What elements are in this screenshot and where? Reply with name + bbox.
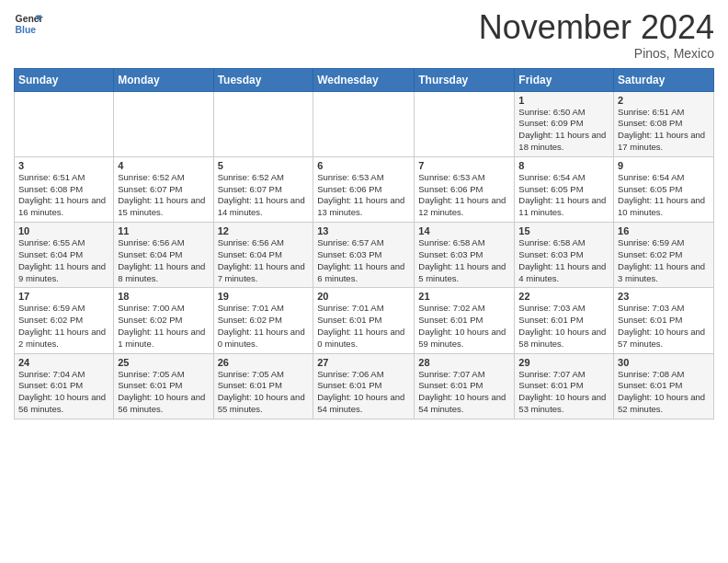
day-info: Sunrise: 6:59 AM Sunset: 6:02 PM Dayligh…: [618, 237, 710, 284]
weekday-header-saturday: Saturday: [614, 68, 714, 91]
day-info: Sunrise: 7:01 AM Sunset: 6:01 PM Dayligh…: [317, 303, 410, 350]
day-number: 10: [18, 225, 109, 236]
day-cell: 5Sunrise: 6:52 AM Sunset: 6:07 PM Daylig…: [213, 156, 313, 222]
day-number: 2: [618, 95, 710, 106]
day-cell: [415, 91, 515, 156]
day-cell: 14Sunrise: 6:58 AM Sunset: 6:03 PM Dayli…: [415, 223, 515, 288]
day-cell: 20Sunrise: 7:01 AM Sunset: 6:01 PM Dayli…: [313, 288, 415, 353]
logo-icon: General Blue: [14, 9, 43, 39]
day-cell: [313, 91, 415, 156]
day-info: Sunrise: 7:06 AM Sunset: 6:01 PM Dayligh…: [317, 369, 410, 416]
day-cell: 27Sunrise: 7:06 AM Sunset: 6:01 PM Dayli…: [313, 353, 415, 419]
day-cell: [114, 91, 213, 156]
day-info: Sunrise: 7:05 AM Sunset: 6:01 PM Dayligh…: [218, 369, 310, 416]
day-number: 12: [218, 225, 310, 236]
day-info: Sunrise: 6:50 AM Sunset: 6:09 PM Dayligh…: [518, 107, 609, 154]
day-info: Sunrise: 7:03 AM Sunset: 6:01 PM Dayligh…: [518, 303, 609, 350]
week-row-4: 17Sunrise: 6:59 AM Sunset: 6:02 PM Dayli…: [15, 288, 714, 353]
weekday-header-thursday: Thursday: [415, 68, 515, 91]
day-number: 4: [118, 160, 209, 171]
day-cell: 21Sunrise: 7:02 AM Sunset: 6:01 PM Dayli…: [415, 288, 515, 353]
day-info: Sunrise: 6:51 AM Sunset: 6:08 PM Dayligh…: [18, 172, 109, 219]
day-info: Sunrise: 6:52 AM Sunset: 6:07 PM Dayligh…: [218, 172, 310, 219]
calendar-body: 1Sunrise: 6:50 AM Sunset: 6:09 PM Daylig…: [15, 91, 714, 419]
day-info: Sunrise: 7:03 AM Sunset: 6:01 PM Dayligh…: [618, 303, 710, 350]
day-info: Sunrise: 7:07 AM Sunset: 6:01 PM Dayligh…: [518, 369, 609, 416]
day-info: Sunrise: 6:56 AM Sunset: 6:04 PM Dayligh…: [118, 237, 209, 284]
day-info: Sunrise: 6:52 AM Sunset: 6:07 PM Dayligh…: [118, 172, 209, 219]
day-number: 16: [618, 225, 710, 236]
weekday-header-friday: Friday: [515, 68, 614, 91]
day-number: 20: [317, 291, 410, 302]
svg-text:Blue: Blue: [16, 25, 37, 35]
day-cell: 3Sunrise: 6:51 AM Sunset: 6:08 PM Daylig…: [15, 156, 114, 222]
week-row-1: 1Sunrise: 6:50 AM Sunset: 6:09 PM Daylig…: [15, 91, 714, 156]
day-cell: 9Sunrise: 6:54 AM Sunset: 6:05 PM Daylig…: [614, 156, 714, 222]
week-row-3: 10Sunrise: 6:55 AM Sunset: 6:04 PM Dayli…: [15, 223, 714, 288]
day-number: 7: [418, 160, 510, 171]
day-cell: 22Sunrise: 7:03 AM Sunset: 6:01 PM Dayli…: [515, 288, 614, 353]
day-number: 23: [618, 291, 710, 302]
day-info: Sunrise: 6:53 AM Sunset: 6:06 PM Dayligh…: [418, 172, 510, 219]
day-number: 3: [18, 160, 109, 171]
day-number: 1: [518, 95, 609, 106]
day-cell: 29Sunrise: 7:07 AM Sunset: 6:01 PM Dayli…: [515, 353, 614, 419]
day-cell: 6Sunrise: 6:53 AM Sunset: 6:06 PM Daylig…: [313, 156, 415, 222]
weekday-header-tuesday: Tuesday: [213, 68, 313, 91]
day-info: Sunrise: 6:58 AM Sunset: 6:03 PM Dayligh…: [418, 237, 510, 284]
day-number: 5: [218, 160, 310, 171]
day-number: 11: [118, 225, 209, 236]
day-info: Sunrise: 6:59 AM Sunset: 6:02 PM Dayligh…: [18, 303, 109, 350]
day-info: Sunrise: 7:01 AM Sunset: 6:02 PM Dayligh…: [218, 303, 310, 350]
header: General Blue November 2024 Pinos, Mexico: [14, 9, 714, 61]
day-cell: 4Sunrise: 6:52 AM Sunset: 6:07 PM Daylig…: [114, 156, 213, 222]
day-info: Sunrise: 6:58 AM Sunset: 6:03 PM Dayligh…: [518, 237, 609, 284]
day-number: 19: [218, 291, 310, 302]
day-number: 27: [317, 357, 410, 368]
day-cell: 15Sunrise: 6:58 AM Sunset: 6:03 PM Dayli…: [515, 223, 614, 288]
day-number: 21: [418, 291, 510, 302]
day-info: Sunrise: 6:55 AM Sunset: 6:04 PM Dayligh…: [18, 237, 109, 284]
day-info: Sunrise: 6:54 AM Sunset: 6:05 PM Dayligh…: [518, 172, 609, 219]
day-number: 29: [518, 357, 609, 368]
day-cell: 13Sunrise: 6:57 AM Sunset: 6:03 PM Dayli…: [313, 223, 415, 288]
day-info: Sunrise: 6:54 AM Sunset: 6:05 PM Dayligh…: [618, 172, 710, 219]
calendar-table: SundayMondayTuesdayWednesdayThursdayFrid…: [14, 68, 714, 419]
day-number: 18: [118, 291, 209, 302]
day-info: Sunrise: 6:51 AM Sunset: 6:08 PM Dayligh…: [618, 107, 710, 154]
day-cell: 2Sunrise: 6:51 AM Sunset: 6:08 PM Daylig…: [614, 91, 714, 156]
day-info: Sunrise: 6:56 AM Sunset: 6:04 PM Dayligh…: [218, 237, 310, 284]
logo: General Blue: [14, 9, 43, 39]
day-number: 22: [518, 291, 609, 302]
location: Pinos, Mexico: [479, 46, 714, 61]
day-number: 6: [317, 160, 410, 171]
day-cell: 10Sunrise: 6:55 AM Sunset: 6:04 PM Dayli…: [15, 223, 114, 288]
day-info: Sunrise: 6:53 AM Sunset: 6:06 PM Dayligh…: [317, 172, 410, 219]
day-info: Sunrise: 7:04 AM Sunset: 6:01 PM Dayligh…: [18, 369, 109, 416]
day-cell: 1Sunrise: 6:50 AM Sunset: 6:09 PM Daylig…: [515, 91, 614, 156]
day-cell: 28Sunrise: 7:07 AM Sunset: 6:01 PM Dayli…: [415, 353, 515, 419]
week-row-2: 3Sunrise: 6:51 AM Sunset: 6:08 PM Daylig…: [15, 156, 714, 222]
day-cell: 8Sunrise: 6:54 AM Sunset: 6:05 PM Daylig…: [515, 156, 614, 222]
day-number: 8: [518, 160, 609, 171]
day-info: Sunrise: 7:08 AM Sunset: 6:01 PM Dayligh…: [618, 369, 710, 416]
weekday-header-row: SundayMondayTuesdayWednesdayThursdayFrid…: [15, 68, 714, 91]
day-info: Sunrise: 7:00 AM Sunset: 6:02 PM Dayligh…: [118, 303, 209, 350]
day-number: 9: [618, 160, 710, 171]
day-cell: [213, 91, 313, 156]
day-cell: 23Sunrise: 7:03 AM Sunset: 6:01 PM Dayli…: [614, 288, 714, 353]
day-cell: 26Sunrise: 7:05 AM Sunset: 6:01 PM Dayli…: [213, 353, 313, 419]
day-cell: 11Sunrise: 6:56 AM Sunset: 6:04 PM Dayli…: [114, 223, 213, 288]
weekday-header-sunday: Sunday: [15, 68, 114, 91]
day-number: 30: [618, 357, 710, 368]
week-row-5: 24Sunrise: 7:04 AM Sunset: 6:01 PM Dayli…: [15, 353, 714, 419]
day-cell: [15, 91, 114, 156]
day-cell: 12Sunrise: 6:56 AM Sunset: 6:04 PM Dayli…: [213, 223, 313, 288]
day-cell: 19Sunrise: 7:01 AM Sunset: 6:02 PM Dayli…: [213, 288, 313, 353]
day-number: 28: [418, 357, 510, 368]
day-number: 13: [317, 225, 410, 236]
day-number: 24: [18, 357, 109, 368]
day-cell: 24Sunrise: 7:04 AM Sunset: 6:01 PM Dayli…: [15, 353, 114, 419]
day-cell: 16Sunrise: 6:59 AM Sunset: 6:02 PM Dayli…: [614, 223, 714, 288]
day-number: 17: [18, 291, 109, 302]
